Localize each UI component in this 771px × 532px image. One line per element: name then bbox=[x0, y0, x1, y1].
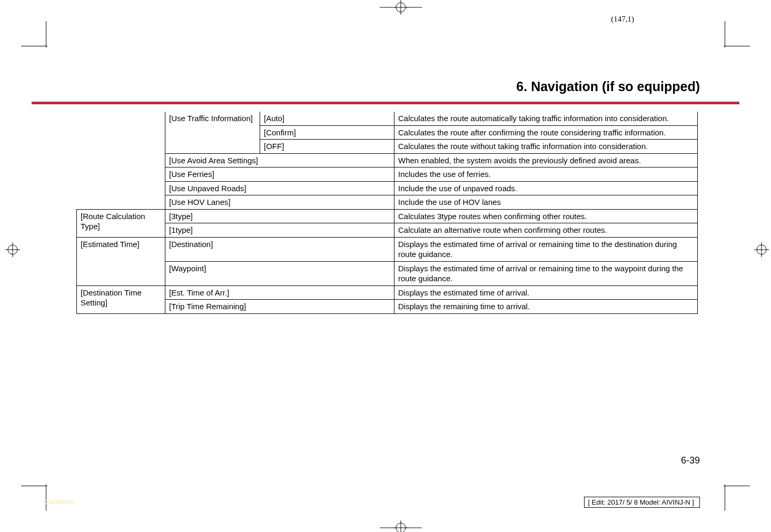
setting-name-cell: [Waypoint] bbox=[165, 261, 394, 285]
setting-name-cell: [1type] bbox=[165, 223, 394, 238]
row-group-cell bbox=[77, 112, 165, 209]
table-row: [Use Traffic Information] [Auto] Calcula… bbox=[77, 112, 698, 125]
setting-option-cell: [Confirm] bbox=[260, 125, 394, 140]
setting-description-cell: Displays the remaining time to arrival. bbox=[394, 300, 698, 314]
row-group-cell: [Route Calculation Type] bbox=[77, 209, 165, 237]
crop-mark bbox=[725, 21, 725, 47]
row-group-cell: [Estimated Time] bbox=[77, 237, 165, 285]
table-row: [1type] Calculate an alternative route w… bbox=[77, 223, 698, 238]
page-number: 6-39 bbox=[681, 455, 700, 466]
registration-mark-icon bbox=[754, 242, 766, 254]
row-group-cell: [Destination Time Setting] bbox=[77, 285, 165, 313]
registration-mark-icon bbox=[380, 0, 391, 12]
title-divider-bar bbox=[32, 102, 739, 104]
setting-name-cell: [Est. Time of Arr.] bbox=[165, 285, 394, 300]
table-row: [Use Avoid Area Settings] When enabled, … bbox=[77, 153, 698, 168]
table-row: [Use Unpaved Roads] Include the use of u… bbox=[77, 181, 698, 195]
table-row: [Use Ferries] Includes the use of ferrie… bbox=[77, 168, 698, 182]
table-row: [Route Calculation Type] [3type] Calcula… bbox=[77, 209, 698, 223]
setting-name-cell: [3type] bbox=[165, 209, 394, 223]
setting-name-cell: [Use Ferries] bbox=[165, 168, 394, 182]
setting-name-cell: [Use Traffic Information] bbox=[165, 112, 260, 153]
table-row: [Trip Time Remaining] Displays the remai… bbox=[77, 300, 698, 314]
edit-info-box: [ Edit: 2017/ 5/ 8 Model: AIVINJ-N ] bbox=[584, 497, 700, 508]
setting-description-cell: Calculate an alternative route when conf… bbox=[394, 223, 698, 238]
setting-name-cell: [Trip Time Remaining] bbox=[165, 300, 394, 314]
setting-description-cell: When enabled, the system avoids the prev… bbox=[394, 153, 698, 168]
registration-mark-icon bbox=[380, 520, 391, 532]
crop-mark bbox=[725, 485, 725, 511]
table-row: [Estimated Time] [Destination] Displays … bbox=[77, 237, 698, 261]
settings-table: [Use Traffic Information] [Auto] Calcula… bbox=[76, 112, 698, 314]
setting-description-cell: Include the use of unpaved roads. bbox=[394, 181, 698, 195]
setting-description-cell: Displays the estimated time of arrival. bbox=[394, 285, 698, 300]
crop-mark bbox=[724, 46, 750, 46]
setting-description-cell: Include the use of HOV lanes bbox=[394, 195, 698, 210]
crop-mark bbox=[46, 21, 46, 47]
condition-label: Condition: bbox=[45, 498, 76, 506]
setting-description-cell: Includes the use of ferries. bbox=[394, 168, 698, 182]
setting-name-cell: [Use Unpaved Roads] bbox=[165, 181, 394, 195]
table-row: [Use HOV Lanes] Include the use of HOV l… bbox=[77, 195, 698, 210]
page-coordinate: (147,1) bbox=[611, 15, 634, 24]
registration-mark-icon bbox=[5, 242, 17, 254]
chapter-title: 6. Navigation (if so equipped) bbox=[516, 79, 700, 94]
setting-description-cell: Calculates the route automatically takin… bbox=[394, 112, 698, 125]
setting-description-cell: Calculates the route without taking traf… bbox=[394, 140, 698, 154]
crop-mark bbox=[21, 486, 47, 486]
crop-mark bbox=[724, 486, 750, 486]
setting-description-cell: Displays the estimated time of arrival o… bbox=[394, 261, 698, 285]
table-row: [Destination Time Setting] [Est. Time of… bbox=[77, 285, 698, 300]
setting-description-cell: Calculates 3type routes when confirming … bbox=[394, 209, 698, 223]
setting-option-cell: [OFF] bbox=[260, 140, 394, 154]
setting-name-cell: [Use Avoid Area Settings] bbox=[165, 153, 394, 168]
table-row: [Waypoint] Displays the estimated time o… bbox=[77, 261, 698, 285]
setting-name-cell: [Use HOV Lanes] bbox=[165, 195, 394, 210]
setting-description-cell: Calculates the route after confirming th… bbox=[394, 125, 698, 140]
crop-mark bbox=[21, 46, 47, 46]
setting-description-cell: Displays the estimated time of arrival o… bbox=[394, 237, 698, 261]
setting-name-cell: [Destination] bbox=[165, 237, 394, 261]
setting-option-cell: [Auto] bbox=[260, 112, 394, 125]
